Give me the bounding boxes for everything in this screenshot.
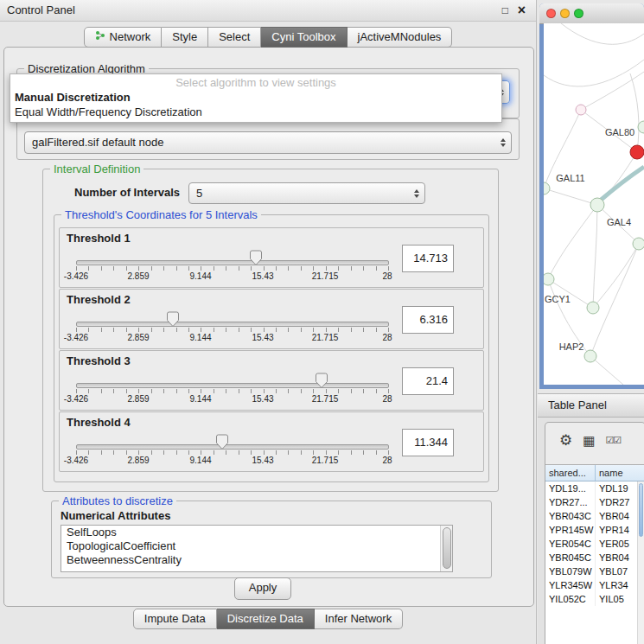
threshold-panel: Threshold 2 -3.4262.8599.14415.4321.7152… [59,289,484,349]
tab-impute-data[interactable]: Impute Data [133,609,217,629]
network-node[interactable] [544,273,554,285]
slider-scale-labels: -3.4262.8599.14415.4321.71528 [60,394,405,405]
stepper-arrows-icon [501,132,506,153]
slider-thumb[interactable] [315,373,328,389]
threshold-slider[interactable]: -3.4262.8599.14415.4321.71528 [60,351,405,410]
dropdown-placeholder-option[interactable]: Select algorithm to view settings [10,75,501,90]
table-cell[interactable]: YBR045C [545,551,596,564]
network-node[interactable] [584,350,596,362]
slider-thumb[interactable] [249,250,263,266]
slider-thumb[interactable] [215,434,229,450]
network-edge[interactable] [593,244,639,308]
tick-label: 21.715 [312,333,339,342]
table-row[interactable]: YBL079WYBL07 [545,564,644,578]
network-node[interactable] [630,145,644,159]
number-of-intervals-value: 5 [196,183,202,203]
dropdown-option-manual-discretization[interactable]: Manual Discretization [10,90,501,105]
close-icon[interactable]: × [518,0,526,21]
threshold-value: 14.713 [413,245,448,271]
network-node-label: GAL80 [605,127,634,137]
tab-network[interactable]: Network [84,27,163,48]
network-node[interactable] [544,182,550,194]
columns-icon[interactable]: ▦ [583,434,595,447]
window-close-button[interactable] [546,9,556,18]
network-edge[interactable] [593,205,597,308]
network-node[interactable] [587,302,599,314]
tab-infer-network[interactable]: Infer Network [315,609,403,629]
table-row[interactable]: YBR043CYBR04 [545,509,644,523]
table-header-row: shared... name [545,465,644,481]
network-canvas[interactable]: GAL80GAL11GAL4GCY1HAP2 [544,23,644,385]
panel-title: Control Panel [7,0,75,21]
slider-thumb[interactable] [166,311,180,328]
table-cell[interactable]: YER054C [545,537,596,551]
table-cell[interactable]: YBL079W [545,564,596,578]
table-row[interactable]: YPR145WYPR14 [545,523,644,537]
number-of-intervals-spinner[interactable]: 5 [188,182,425,204]
tab-style[interactable]: Style [162,27,208,48]
dropdown-option-equal-width[interactable]: Equal Width/Frequency Discretization [10,105,501,119]
network-view-window[interactable]: GAL80GAL11GAL4GCY1HAP2 [539,3,644,389]
select-columns-icon[interactable]: ☑☑ [605,436,621,445]
table-cell[interactable]: YLR345W [545,578,596,592]
scrollbar-thumb[interactable] [639,483,643,537]
control-panel: Control Panel □ × Network Style Select C… [0,0,537,644]
network-edge[interactable] [599,167,644,201]
table-row[interactable]: YIL052CYIL05 [545,592,644,606]
network-edge[interactable] [590,244,639,356]
table-row[interactable]: YDR27...YDR27 [545,495,644,509]
threshold-value-field[interactable]: 21.4 [402,367,454,395]
column-header-name[interactable]: name [596,465,644,481]
network-edge[interactable] [561,23,644,44]
tab-jactivemnodules[interactable]: jActiveMNodules [348,27,453,48]
network-node-label: GAL4 [607,217,631,227]
network-node[interactable] [633,238,644,250]
list-item[interactable]: SelfLoops [61,526,452,539]
table-row[interactable]: YLR345WYLR34 [545,578,644,592]
threshold-value-field[interactable]: 14.713 [402,245,454,272]
table-cell[interactable]: YPR145W [545,523,596,537]
network-node[interactable] [590,198,604,212]
group-title: Attributes to discretize [59,494,176,507]
window-zoom-button[interactable] [574,9,583,18]
threshold-panel: Threshold 1 -3.4262.8599.14415.4321.7152… [59,227,484,288]
network-edge[interactable] [544,60,644,86]
network-edge[interactable] [630,73,639,152]
tab-label: Style [172,28,197,47]
tab-cyni-toolbox[interactable]: Cyni Toolbox [261,27,347,48]
table-row[interactable]: YDL19...YDL19 [545,481,644,495]
float-window-icon[interactable]: □ [502,0,508,21]
table-scrollbar[interactable] [637,481,644,644]
network-edge[interactable] [590,356,623,385]
list-items: SelfLoopsTopologicalCoefficientBetweenne… [61,526,452,567]
group-title: Interval Definition [50,163,143,175]
scrollbar-thumb[interactable] [443,527,451,569]
gear-icon[interactable]: ⚙ [559,433,572,448]
numerical-attributes-list[interactable]: SelfLoopsTopologicalCoefficientBetweenne… [61,525,453,572]
table-cell[interactable]: YIL052C [545,592,596,606]
apply-button[interactable]: Apply [234,577,291,600]
list-scrollbar[interactable] [440,526,452,571]
network-edge[interactable] [548,205,597,279]
table-row[interactable]: YBR045CYBR04 [545,551,644,564]
network-edge[interactable] [544,188,597,205]
threshold-value-field[interactable]: 11.344 [402,429,454,456]
threshold-slider[interactable]: -3.4262.8599.14415.4321.71528 [60,412,405,471]
thresholds-group: Threshold's Coordinates for 5 Intervals … [54,214,489,482]
list-item[interactable]: BetweennessCentrality [61,553,452,567]
threshold-slider[interactable]: -3.4262.8599.14415.4321.71528 [60,228,405,287]
threshold-slider[interactable]: -3.4262.8599.14415.4321.71528 [60,290,405,348]
table-cell[interactable]: YDL19... [545,481,596,495]
network-node[interactable] [576,105,586,115]
threshold-value-field[interactable]: 6.316 [402,306,454,334]
table-data-select[interactable]: galFiltered.sif default node [24,131,512,154]
tab-select[interactable]: Select [208,27,261,48]
network-canvas-svg: GAL80GAL11GAL4GCY1HAP2 [544,23,644,385]
tab-discretize-data[interactable]: Discretize Data [217,609,315,629]
list-item[interactable]: TopologicalCoefficient [61,539,452,553]
table-row[interactable]: YER054CYER05 [545,537,644,551]
table-cell[interactable]: YBR043C [545,509,596,523]
table-cell[interactable]: YDR27... [545,495,596,509]
window-minimize-button[interactable] [560,9,570,18]
column-header-shared-name[interactable]: shared... [545,465,596,481]
